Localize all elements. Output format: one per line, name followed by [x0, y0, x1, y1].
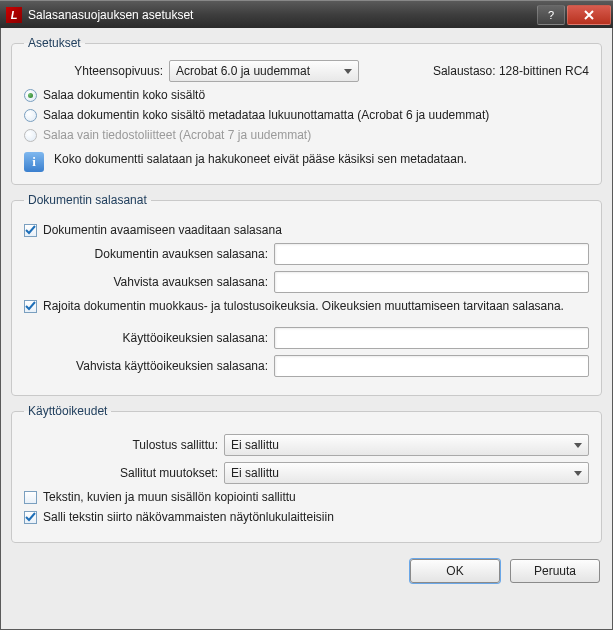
perm-pw-confirm-input[interactable] [274, 355, 589, 377]
help-button[interactable]: ? [537, 5, 565, 25]
group-permissions-legend: Käyttöoikeudet [24, 404, 111, 418]
compat-label: Yhteensopivuus: [24, 64, 169, 78]
perm-pw-label: Käyttöoikeuksien salasana: [24, 331, 274, 345]
radio-icon [24, 129, 37, 142]
info-text: Koko dokumentti salataan ja hakukoneet e… [54, 152, 467, 166]
checkbox-icon [24, 511, 37, 524]
group-passwords: Dokumentin salasanat Dokumentin avaamise… [11, 193, 602, 396]
ok-button[interactable]: OK [410, 559, 500, 583]
open-pw-input[interactable] [274, 243, 589, 265]
radio-encrypt-attachments: Salaa vain tiedostoliitteet (Acrobat 7 j… [24, 128, 589, 142]
open-pw-confirm-label: Vahvista avauksen salasana: [24, 275, 274, 289]
group-passwords-legend: Dokumentin salasanat [24, 193, 151, 207]
dialog-footer: OK Peruuta [11, 551, 602, 585]
check-require-open-pw[interactable]: Dokumentin avaamiseen vaaditaan salasana [24, 223, 589, 237]
app-icon: L [6, 7, 22, 23]
window-title: Salasanasuojauksen asetukset [28, 8, 535, 22]
encryption-level: Salaustaso: 128-bittinen RC4 [433, 64, 589, 78]
cancel-button[interactable]: Peruuta [510, 559, 600, 583]
group-permissions: Käyttöoikeudet Tulostus sallittu: Ei sal… [11, 404, 602, 543]
radio-encrypt-no-meta[interactable]: Salaa dokumentin koko sisältö metadataa … [24, 108, 589, 122]
compat-value: Acrobat 6.0 ja uudemmat [176, 64, 310, 78]
group-settings-legend: Asetukset [24, 36, 85, 50]
checkbox-icon [24, 491, 37, 504]
radio-encrypt-all[interactable]: Salaa dokumentin koko sisältö [24, 88, 589, 102]
radio-icon [24, 109, 37, 122]
changes-label: Sallitut muutokset: [24, 466, 224, 480]
dialog-body: Asetukset Yhteensopivuus: Acrobat 6.0 ja… [0, 28, 613, 630]
compat-select[interactable]: Acrobat 6.0 ja uudemmat [169, 60, 359, 82]
info-icon: i [24, 152, 44, 172]
changes-select[interactable]: Ei sallittu [224, 462, 589, 484]
checkbox-icon [24, 224, 37, 237]
open-pw-confirm-input[interactable] [274, 271, 589, 293]
check-allow-copy[interactable]: Tekstin, kuvien ja muun sisällön kopioin… [24, 490, 589, 504]
check-allow-accessibility[interactable]: Salli tekstin siirto näkövammaisten näyt… [24, 510, 589, 524]
close-button[interactable] [567, 5, 611, 25]
perm-pw-input[interactable] [274, 327, 589, 349]
open-pw-label: Dokumentin avauksen salasana: [24, 247, 274, 261]
svg-text:?: ? [548, 9, 554, 21]
group-settings: Asetukset Yhteensopivuus: Acrobat 6.0 ja… [11, 36, 602, 185]
chevron-down-icon [574, 443, 582, 448]
print-select[interactable]: Ei sallittu [224, 434, 589, 456]
checkbox-icon [24, 300, 37, 313]
perm-pw-confirm-label: Vahvista käyttöoikeuksien salasana: [24, 359, 274, 373]
title-bar: L Salasanasuojauksen asetukset ? [0, 0, 613, 28]
chevron-down-icon [574, 471, 582, 476]
print-label: Tulostus sallittu: [24, 438, 224, 452]
chevron-down-icon [344, 69, 352, 74]
radio-icon [24, 89, 37, 102]
check-restrict-perms[interactable]: Rajoita dokumentin muokkaus- ja tulostus… [24, 299, 589, 313]
